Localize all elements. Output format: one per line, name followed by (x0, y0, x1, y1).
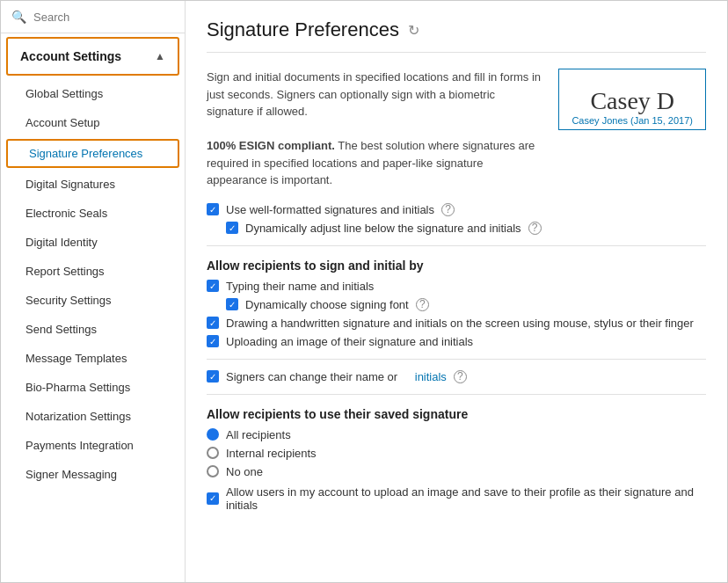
app-container: 🔍 Account Settings ▲ Global Settings Acc… (0, 0, 728, 583)
drawing-label: Drawing a handwritten signature and init… (226, 317, 694, 330)
main-content: Signature Preferences ↻ Sign and initial… (186, 1, 727, 582)
sidebar-item-global-settings[interactable]: Global Settings (1, 79, 185, 108)
all-recipients-row: All recipients (207, 428, 706, 441)
uploading-checkbox[interactable]: ✓ (207, 335, 219, 347)
sidebar-item-account-setup[interactable]: Account Setup (1, 108, 185, 137)
well-formatted-row: ✓ Use well-formatted signatures and init… (207, 203, 706, 216)
uploading-label: Uploading an image of their signature an… (226, 335, 473, 348)
intro-text: Sign and initial documents in specified … (207, 69, 544, 189)
typing-row: ✓ Typing their name and initials (207, 280, 706, 293)
typing-checkbox[interactable]: ✓ (207, 280, 219, 292)
signature-name: Casey Jones (Jan 15, 2017) (571, 115, 693, 126)
page-title-row: Signature Preferences ↻ (207, 18, 706, 53)
dynamic-font-help-icon[interactable]: ? (416, 298, 429, 311)
sidebar-item-electronic-seals[interactable]: Electronic Seals (1, 199, 185, 228)
refresh-icon[interactable]: ↻ (408, 22, 419, 39)
sidebar-item-signature-preferences[interactable]: Signature Preferences (6, 139, 179, 168)
signers-checkbox[interactable]: ✓ (207, 370, 219, 383)
chevron-up-icon: ▲ (155, 50, 165, 62)
search-icon: 🔍 (11, 10, 26, 24)
dynamic-line-label: Dynamically adjust line below the signat… (245, 222, 521, 235)
drawing-row: ✓ Drawing a handwritten signature and in… (207, 317, 706, 330)
sidebar-item-payments-integration[interactable]: Payments Integration (1, 431, 185, 460)
upload-label: Allow users in my account to upload an i… (226, 485, 706, 512)
sidebar-item-bio-pharma-settings[interactable]: Bio-Pharma Settings (1, 373, 185, 402)
sidebar-item-digital-identity[interactable]: Digital Identity (1, 228, 185, 257)
sidebar-item-send-settings[interactable]: Send Settings (1, 315, 185, 344)
dynamic-line-checkbox[interactable]: ✓ (226, 222, 238, 234)
well-formatted-help-icon[interactable]: ? (441, 203, 455, 216)
sidebar-item-signer-messaging[interactable]: Signer Messaging (1, 460, 185, 489)
account-settings-parent[interactable]: Account Settings ▲ (6, 37, 179, 76)
divider2 (207, 359, 706, 360)
intro-section: Sign and initial documents in specified … (207, 69, 706, 189)
sidebar: 🔍 Account Settings ▲ Global Settings Acc… (1, 1, 186, 582)
divider3 (207, 394, 706, 395)
internal-recipients-label: Internal recipients (226, 447, 317, 460)
drawing-checkbox[interactable]: ✓ (207, 317, 219, 329)
well-formatted-label: Use well-formatted signatures and initia… (226, 203, 434, 216)
search-input[interactable] (33, 11, 174, 24)
sidebar-item-message-templates[interactable]: Message Templates (1, 344, 185, 373)
divider1 (207, 245, 706, 246)
search-box[interactable]: 🔍 (1, 1, 185, 33)
sidebar-item-security-settings[interactable]: Security Settings (1, 286, 185, 315)
nav-section: Account Settings ▲ Global Settings Accou… (1, 33, 185, 489)
esign-bold: 100% ESIGN compliant. (207, 139, 335, 152)
uploading-row: ✓ Uploading an image of their signature … (207, 335, 706, 348)
dynamic-line-help-icon[interactable]: ? (528, 222, 542, 235)
all-recipients-radio[interactable] (207, 428, 219, 441)
well-formatted-checkbox[interactable]: ✓ (207, 203, 219, 215)
no-one-radio[interactable] (207, 465, 219, 477)
internal-recipients-radio[interactable] (207, 447, 219, 459)
signers-help-icon[interactable]: ? (454, 370, 467, 383)
all-recipients-label: All recipients (226, 428, 291, 441)
signature-image: Casey D (590, 89, 674, 113)
signers-label: Signers can change their name or (226, 370, 397, 383)
dynamic-line-row: ✓ Dynamically adjust line below the sign… (226, 222, 706, 235)
intro-text1: Sign and initial documents in specified … (207, 70, 541, 118)
account-settings-label: Account Settings (20, 49, 121, 63)
sidebar-item-notarization-settings[interactable]: Notarization Settings (1, 402, 185, 431)
no-one-row: No one (207, 465, 706, 478)
no-one-label: No one (226, 465, 263, 478)
upload-checkbox[interactable]: ✓ (207, 492, 219, 505)
upload-row: ✓ Allow users in my account to upload an… (207, 485, 706, 512)
dynamic-font-row: ✓ Dynamically choose signing font ? (226, 298, 706, 311)
sidebar-item-report-settings[interactable]: Report Settings (1, 257, 185, 286)
section1-heading: Allow recipients to sign and initial by (207, 259, 706, 273)
sidebar-item-digital-signatures[interactable]: Digital Signatures (1, 170, 185, 199)
initials-link[interactable]: initials (415, 370, 447, 383)
typing-label: Typing their name and initials (226, 280, 374, 293)
signers-row: ✓ Signers can change their name or initi… (207, 370, 706, 383)
signature-preview: Casey D Casey Jones (Jan 15, 2017) (558, 69, 706, 130)
internal-recipients-row: Internal recipients (207, 447, 706, 460)
dynamic-font-label: Dynamically choose signing font (245, 298, 409, 311)
section2-heading: Allow recipients to use their saved sign… (207, 407, 706, 421)
dynamic-font-checkbox[interactable]: ✓ (226, 298, 238, 310)
page-title: Signature Preferences (207, 18, 399, 41)
